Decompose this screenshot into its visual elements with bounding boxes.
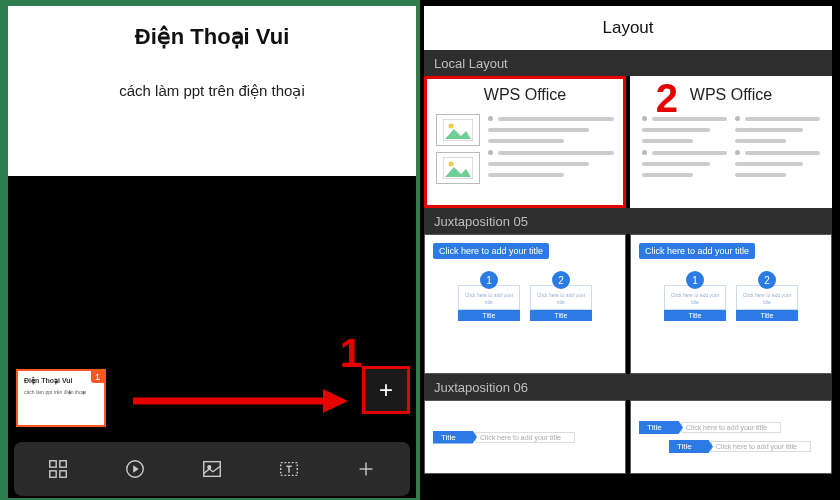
juxta5-grid: Click here to add your title 1 Click her… — [424, 234, 832, 374]
thumb-title: Điện Thoại Vui — [24, 377, 98, 385]
box-title: Title — [736, 310, 798, 321]
svg-rect-4 — [50, 471, 56, 477]
add-button[interactable] — [344, 447, 388, 491]
local-layout-grid: 2 WPS Office WPS Office — [424, 76, 832, 208]
annotation-number-2: 2 — [656, 76, 678, 121]
local-layout-label: Local Layout — [424, 50, 832, 76]
svg-marker-20 — [445, 167, 471, 177]
grid-view-button[interactable] — [36, 447, 80, 491]
layout-card-juxta6-b[interactable]: Title Click here to add your title Title… — [630, 400, 832, 474]
text-button[interactable] — [267, 447, 311, 491]
svg-point-9 — [208, 466, 211, 469]
juxta6-label: Juxtaposition 06 — [424, 374, 832, 400]
layout-header: Layout — [424, 6, 832, 50]
slide-subtitle: cách làm ppt trên điện thoại — [28, 82, 396, 100]
svg-rect-8 — [204, 462, 221, 477]
svg-point-16 — [449, 124, 454, 129]
add-slide-button[interactable]: + — [362, 366, 410, 414]
bottom-toolbar — [14, 442, 410, 496]
play-button[interactable] — [113, 447, 157, 491]
thumb-subtitle: cách làm ppt trên điện thoại — [24, 389, 98, 395]
layout-panel: Layout Local Layout 2 WPS Office WPS Off… — [420, 0, 840, 500]
box-title: Title — [664, 310, 726, 321]
step-badge: 2 — [552, 271, 570, 289]
click-title-pill: Click here to add your title — [639, 243, 755, 259]
thumbnail-strip: 1 Điện Thoại Vui cách làm ppt trên điện … — [8, 362, 416, 434]
pill-placeholder: Click here to add your title — [711, 441, 811, 452]
pill-label: Title — [433, 431, 477, 444]
pill-placeholder: Click here to add your title — [681, 422, 781, 433]
svg-rect-5 — [60, 471, 66, 477]
layout-card-juxta5-a[interactable]: Click here to add your title 1 Click her… — [424, 234, 626, 374]
slide-thumbnail[interactable]: 1 Điện Thoại Vui cách làm ppt trên điện … — [16, 369, 106, 427]
card-title: WPS Office — [436, 86, 614, 104]
editor-panel: Điện Thoại Vui cách làm ppt trên điện th… — [0, 0, 420, 500]
step-badge: 2 — [758, 271, 776, 289]
layout-card-juxta5-b[interactable]: Click here to add your title 1 Click her… — [630, 234, 832, 374]
image-placeholder-icon — [436, 114, 480, 146]
step-badge: 1 — [480, 271, 498, 289]
slide-canvas[interactable]: Điện Thoại Vui cách làm ppt trên điện th… — [8, 6, 416, 176]
plus-icon: + — [379, 376, 393, 404]
thumbnail-number: 1 — [91, 371, 104, 383]
svg-marker-17 — [445, 129, 471, 139]
slide-title: Điện Thoại Vui — [28, 24, 396, 50]
pill-label: Title — [639, 421, 683, 434]
svg-rect-3 — [60, 461, 66, 467]
svg-rect-2 — [50, 461, 56, 467]
image-button[interactable] — [190, 447, 234, 491]
image-placeholder-icon — [436, 152, 480, 184]
svg-point-19 — [449, 162, 454, 167]
box-title: Title — [458, 310, 520, 321]
editor-dark-area: 1 1 Điện Thoại Vui cách làm ppt trên điệ… — [8, 176, 416, 498]
box-title: Title — [530, 310, 592, 321]
click-title-pill: Click here to add your title — [433, 243, 549, 259]
step-badge: 1 — [686, 271, 704, 289]
juxta6-grid: Title Click here to add your title Title… — [424, 400, 832, 474]
pill-label: Title — [669, 440, 713, 453]
pill-placeholder: Click here to add your title — [475, 432, 575, 443]
layout-card-juxta6-a[interactable]: Title Click here to add your title — [424, 400, 626, 474]
svg-marker-7 — [133, 465, 139, 472]
juxta5-label: Juxtaposition 05 — [424, 208, 832, 234]
layout-card-local-1[interactable]: WPS Office — [424, 76, 626, 208]
